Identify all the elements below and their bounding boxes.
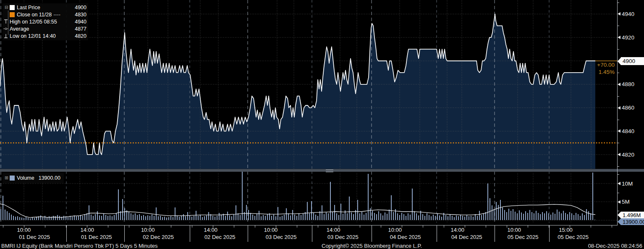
volume-bar [173, 217, 173, 220]
volume-bar [152, 215, 152, 220]
x-date-label: 05 Dec 2025 [508, 234, 539, 240]
x-axis-separator [549, 225, 550, 242]
volume-bar [408, 213, 408, 220]
volume-bar [525, 211, 526, 220]
x-time-label: 10:00 [141, 227, 155, 233]
legend-row-close[interactable]: Close on 11/28 ---- 4830 [3, 11, 86, 18]
volume-bar [416, 213, 417, 220]
volume-bar [309, 213, 310, 220]
volume-bar [26, 217, 26, 220]
volume-bar [311, 201, 312, 220]
volume-bar [500, 200, 501, 220]
x-minor-tick [3, 225, 3, 228]
x-minor-tick [402, 225, 402, 228]
volume-bar [576, 213, 576, 220]
x-axis-separator [372, 225, 372, 242]
volume-bar [460, 215, 461, 220]
volume-bar [217, 216, 217, 220]
minor-tick [617, 3, 619, 3]
volume-bar [147, 215, 148, 220]
volume-bar [135, 213, 136, 220]
volume-bar [59, 216, 60, 220]
legend-row-high[interactable]: High on 12/05 08:55 4940 [3, 18, 86, 25]
legend-row-low[interactable]: Low on 12/01 14:40 4820 [3, 32, 86, 39]
x-date-label: 02 Dec 2025 [143, 234, 174, 240]
volume-bar [424, 216, 425, 220]
volume-bar [32, 218, 33, 220]
volume-bar [351, 212, 352, 220]
legend-value: 4830 [75, 12, 86, 18]
volume-bar [84, 214, 85, 220]
volume-bar [63, 216, 64, 220]
pane-divider-handle-icon[interactable] [326, 170, 333, 172]
volume-bar [215, 217, 215, 220]
volume-bar [471, 216, 471, 220]
volume-bar [523, 214, 524, 220]
volume-bar [13, 216, 14, 220]
volume-bar [120, 211, 121, 220]
x-axis-separator [66, 225, 67, 242]
x-minor-tick [486, 225, 486, 228]
volume-chart-plot[interactable] [0, 171, 617, 223]
price-chart-plot[interactable] [0, 0, 617, 169]
legend-label: High on 12/05 08:55 [10, 19, 57, 25]
x-minor-tick [612, 225, 612, 228]
volume-legend[interactable]: ⊞ Volume 13900.00 [3, 173, 64, 183]
volume-bar [24, 218, 24, 220]
volume-bar [5, 210, 5, 220]
x-time-label: 14:00 [450, 227, 464, 233]
volume-bar [324, 214, 325, 220]
average-marker-icon [3, 26, 8, 31]
volume-bar [494, 209, 495, 220]
volume-bar [82, 216, 83, 220]
volume-bar [391, 195, 392, 220]
pane-divider[interactable] [0, 169, 644, 172]
volume-last-axis-label: 13900.00 [621, 218, 644, 225]
volume-bar [248, 210, 249, 220]
volume-bar [145, 216, 146, 220]
legend-collapse-icon[interactable]: ⊟ [3, 5, 10, 10]
volume-bar [110, 215, 110, 220]
x-axis[interactable]: 10:0001 Dec 202514:0001 Dec 202510:0002 … [0, 223, 617, 243]
volume-bar [401, 213, 402, 220]
volume-bar [126, 210, 127, 220]
x-minor-tick [192, 225, 192, 228]
x-time-label: 14:00 [327, 227, 340, 233]
volume-bar [204, 216, 205, 220]
tick-arrow-icon [618, 182, 620, 185]
volume-bar [45, 216, 45, 220]
legend-expand-icon[interactable]: ⊞ [3, 175, 10, 181]
volume-bar [410, 215, 411, 220]
x-minor-tick [423, 225, 423, 228]
volume-bar [292, 210, 293, 220]
volume-bar [382, 215, 383, 220]
legend-value: 4820 [75, 33, 86, 39]
volume-bar [334, 205, 335, 220]
volume-bar [540, 214, 541, 220]
volume-bar [361, 212, 362, 220]
volume-bar [168, 217, 169, 220]
volume-bar [240, 215, 241, 220]
legend-row-last-price[interactable]: ⊟ Last Price 4900 [3, 4, 86, 11]
tick-arrow-icon [618, 12, 620, 16]
legend-label: Low on 12/01 14:40 [10, 33, 56, 39]
tick-arrow-icon [618, 200, 620, 204]
volume-bar [141, 216, 142, 220]
volume-bar [28, 218, 29, 220]
volume-bar [490, 198, 490, 220]
dash-style-sample: ---- [53, 12, 60, 18]
volume-bar [177, 216, 178, 220]
volume-bar [338, 215, 339, 220]
volume-bar [399, 215, 400, 220]
legend-row-average[interactable]: Average 4877 [3, 25, 86, 32]
x-time-label: 10:00 [388, 227, 402, 233]
volume-bar [437, 214, 438, 220]
price-change-label: +70.00 1.45% [584, 61, 615, 76]
volume-bar [521, 212, 522, 220]
volume-bar [105, 215, 106, 220]
volume-bar [288, 213, 289, 220]
volume-bar [546, 211, 547, 220]
x-axis-separator [248, 225, 248, 242]
legend-value: 13900.00 [39, 175, 60, 181]
volume-bar [492, 205, 492, 220]
